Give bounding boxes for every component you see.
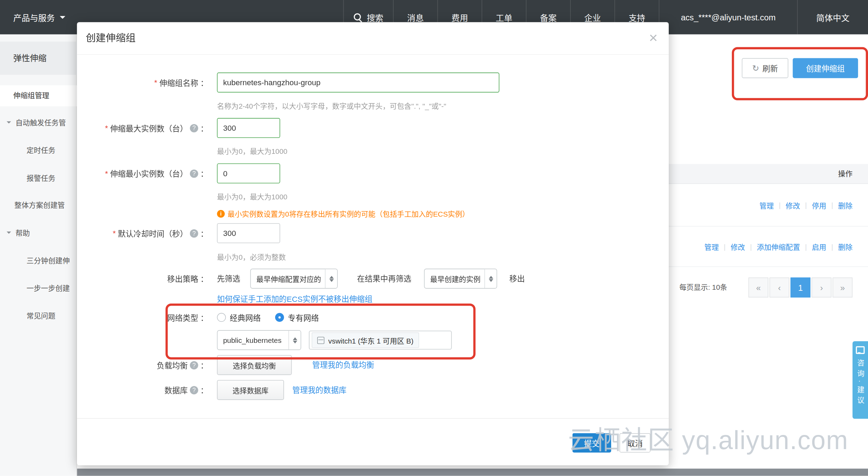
divider: | xyxy=(831,242,833,251)
close-icon[interactable]: × xyxy=(649,28,657,49)
help-icon[interactable]: ? xyxy=(190,386,198,394)
required-mark: * xyxy=(105,123,108,132)
chevron-down-icon xyxy=(7,231,11,236)
label-text: 伸缩最小实例数（台） xyxy=(110,168,188,179)
table-row: 管理 | 修改 | 添加伸缩配置 | 启用 | 删除 xyxy=(669,227,868,267)
divider xyxy=(77,54,669,55)
divider: | xyxy=(805,201,807,209)
sidebar-item-3min-create[interactable]: 三分钟创建伸 xyxy=(0,250,77,271)
page-size-value[interactable]: 10条 xyxy=(712,283,727,291)
required-mark: * xyxy=(154,78,157,87)
colon: ： xyxy=(200,77,208,88)
row-action-manage[interactable]: 管理 xyxy=(704,241,719,252)
create-scaling-group-button[interactable]: 创建伸缩组 xyxy=(793,58,858,78)
row-action-manage[interactable]: 管理 xyxy=(759,200,774,210)
sidebar-title: 弹性伸缩 xyxy=(0,41,77,75)
network-type-radios: 经典网络 专有网络 xyxy=(217,307,319,327)
select-value: public_kubernetes xyxy=(223,336,281,344)
row-action-delete[interactable]: 删除 xyxy=(838,241,852,252)
min-instances-input[interactable] xyxy=(217,163,280,184)
submit-button[interactable]: 提交 xyxy=(573,433,611,453)
select-value: 最早创建的实例 xyxy=(430,274,481,284)
pagination-last[interactable]: » xyxy=(832,278,852,298)
cooldown-input[interactable] xyxy=(217,223,280,243)
pagination-page-1[interactable]: 1 xyxy=(790,278,810,298)
select-db-button[interactable]: 选择数据库 xyxy=(217,380,284,400)
colon: ： xyxy=(200,359,208,370)
label-text: 数据库 xyxy=(164,384,188,395)
create-scaling-group-modal: 创建伸缩组 × * 伸缩组名称 ： 名称为2-40个字符，以大小写字母，数字或中… xyxy=(77,22,669,465)
required-mark: * xyxy=(113,229,116,238)
pagination: « ‹ 1 › » xyxy=(748,278,852,298)
select-arrows-icon xyxy=(325,269,337,288)
account-menu[interactable]: acs_****@aliyun-test.com xyxy=(659,0,797,34)
manage-db-link[interactable]: 管理我的数据库 xyxy=(292,380,346,400)
row-action-add-config[interactable]: 添加伸缩配置 xyxy=(757,241,800,252)
help-icon[interactable]: ? xyxy=(190,229,198,237)
vpc-select[interactable]: public_kubernetes xyxy=(217,330,301,350)
sidebar-item-alarm-tasks[interactable]: 报警任务 xyxy=(0,168,77,189)
label-text: 伸缩组名称 xyxy=(159,77,198,88)
ecs-removal-help-link[interactable]: 如何保证手工添加的ECS实例不被移出伸缩组 xyxy=(217,293,373,304)
help-icon[interactable]: ? xyxy=(190,169,198,178)
radio-classic-network[interactable]: 经典网络 xyxy=(217,312,261,323)
scaling-group-name-input[interactable] xyxy=(217,72,499,92)
row-action-delete[interactable]: 删除 xyxy=(838,200,852,210)
sidebar-item-help[interactable]: 帮助 xyxy=(0,223,77,244)
label-text: 默认冷却时间（秒） xyxy=(118,228,188,239)
colon: ： xyxy=(200,228,208,239)
field-label-network-type: 网络类型 ： xyxy=(77,307,208,327)
colon: ： xyxy=(200,168,208,179)
pagination-next[interactable]: › xyxy=(811,278,831,298)
max-hint: 最小为0，最大为1000 xyxy=(217,146,287,156)
divider: | xyxy=(805,242,807,251)
refresh-button[interactable]: ↻ 刷新 xyxy=(742,58,788,78)
cooldown-hint: 最小为0，必须为整数 xyxy=(217,251,286,262)
pagination-prev[interactable]: ‹ xyxy=(769,278,789,298)
label-text: 网络类型 xyxy=(167,312,198,323)
field-label-slb: 负载均衡 ? ： xyxy=(77,355,208,375)
removal-filter-2-select[interactable]: 最早创建的实例 xyxy=(424,269,497,289)
manage-slb-link[interactable]: 管理我的负载均衡 xyxy=(312,355,374,375)
language-switch[interactable]: 简体中文 xyxy=(797,0,868,34)
sidebar-item-scaling-groups[interactable]: 伸缩组管理 xyxy=(0,85,77,106)
sidebar-item-solution-create[interactable]: 整体方案创建管 xyxy=(0,195,77,216)
sidebar-item-step-by-step[interactable]: 一步一步创建 xyxy=(0,278,77,299)
removal-mid-label: 在结果中再筛选 xyxy=(357,269,411,289)
row-action-disable[interactable]: 停用 xyxy=(812,200,826,210)
feedback-tab[interactable]: 咨询·建议 xyxy=(852,341,868,419)
sidebar-item-label: 自动触发任务管 xyxy=(16,119,66,127)
radio-vpc-network[interactable]: 专有网络 xyxy=(275,312,319,323)
select-arrows-icon xyxy=(484,269,496,288)
label-text: 移出策略 xyxy=(167,273,198,284)
sidebar-item-faq[interactable]: 常见问题 xyxy=(0,306,77,327)
pagination-first[interactable]: « xyxy=(748,278,768,298)
help-icon[interactable]: ? xyxy=(190,361,198,369)
row-action-enable[interactable]: 启用 xyxy=(812,241,826,252)
divider xyxy=(77,418,669,419)
required-mark: * xyxy=(105,169,108,178)
vswitch-field[interactable]: vswitch1 (华东 1 可用区 B) xyxy=(309,331,452,350)
radio-checked-icon xyxy=(275,313,284,322)
vswitch-tag: vswitch1 (华东 1 可用区 B) xyxy=(312,333,419,348)
max-instances-input[interactable] xyxy=(217,118,280,138)
radio-label: 专有网络 xyxy=(288,312,319,323)
sidebar-item-auto-trigger-tasks[interactable]: 自动触发任务管 xyxy=(0,112,77,133)
select-slb-button[interactable]: 选择负载均衡 xyxy=(217,355,292,375)
removal-filter-1-select[interactable]: 最早伸缩配置对应的 xyxy=(250,269,338,289)
help-icon[interactable]: ? xyxy=(190,124,198,132)
products-menu[interactable]: 产品与服务 xyxy=(13,0,65,34)
row-action-modify[interactable]: 修改 xyxy=(786,200,800,210)
label-text: 伸缩最大实例数（台） xyxy=(110,122,188,133)
label-text: 负载均衡 xyxy=(157,359,188,370)
refresh-button-label: 刷新 xyxy=(763,62,778,73)
table-row: 管理 | 修改 | 停用 | 删除 xyxy=(669,184,868,227)
page-size-label: 每页显示: xyxy=(679,283,710,291)
cancel-button[interactable]: 取消 xyxy=(619,433,650,453)
feedback-tab-label: 咨询·建议 xyxy=(855,359,866,407)
sidebar-item-scheduled-tasks[interactable]: 定时任务 xyxy=(0,140,77,161)
min-hint: 最小为0，最大为1000 xyxy=(217,191,287,202)
row-action-modify[interactable]: 修改 xyxy=(730,241,745,252)
colon: ： xyxy=(200,384,208,395)
table-header-actions: 操作 xyxy=(669,164,868,184)
